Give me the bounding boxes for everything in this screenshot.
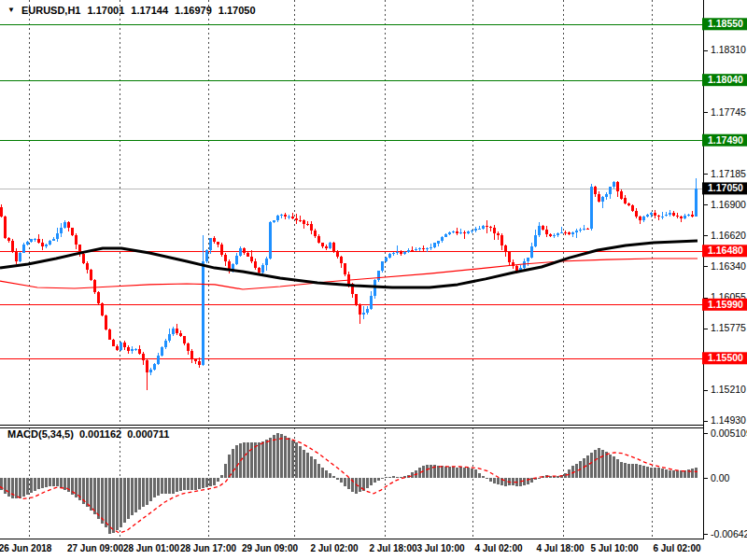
svg-text:1.16900: 1.16900: [711, 199, 746, 210]
price-axis[interactable]: 1.183101.177451.171851.169001.166201.163…: [703, 44, 747, 539]
svg-text:29 Jun 09:00: 29 Jun 09:00: [242, 543, 298, 553]
svg-text:1.16620: 1.16620: [711, 230, 746, 241]
svg-text:1.18310: 1.18310: [711, 44, 746, 55]
svg-text:1.15775: 1.15775: [711, 322, 746, 333]
mt4-chart-window: 1.183101.177451.171851.169001.166201.163…: [0, 0, 747, 560]
chart-canvas[interactable]: 1.183101.177451.171851.169001.166201.163…: [0, 0, 747, 560]
svg-text:3 Jul 10:00: 3 Jul 10:00: [416, 543, 465, 553]
svg-text:2 Jul 02:00: 2 Jul 02:00: [310, 543, 359, 553]
horizontal-level-lines[interactable]: [0, 25, 703, 359]
symbol-timeframe: EURUSD,H1: [21, 5, 81, 16]
svg-text:5 Jul 10:00: 5 Jul 10:00: [590, 543, 639, 553]
macd-indicator-label: MACD(5,34,5) 0.001162 0.000711: [7, 428, 169, 440]
svg-text:1.14930: 1.14930: [711, 414, 746, 426]
quote-high: 1.17144: [131, 5, 168, 16]
macd-indicator: [0, 433, 698, 534]
svg-text:1.17185: 1.17185: [711, 168, 746, 179]
svg-text:2 Jul 18:00: 2 Jul 18:00: [369, 543, 417, 553]
time-axis[interactable]: 26 Jun 201827 Jun 09:0028 Jun 01:0028 Ju…: [0, 543, 701, 553]
svg-text:26 Jun 2018: 26 Jun 2018: [0, 543, 52, 553]
svg-text:28 Jun 17:00: 28 Jun 17:00: [180, 543, 236, 553]
ohlc-quote-bar: ▼ EURUSD,H1 1.17001 1.17144 1.16979 1.17…: [7, 5, 256, 16]
svg-text:1.16480: 1.16480: [708, 245, 743, 256]
quote-open: 1.17001: [88, 5, 125, 16]
svg-text:1.18040: 1.18040: [708, 74, 743, 85]
svg-text:27 Jun 09:00: 27 Jun 09:00: [67, 543, 123, 553]
svg-text:1.18550: 1.18550: [708, 18, 743, 29]
svg-text:28 Jun 01:00: 28 Jun 01:00: [123, 543, 179, 553]
svg-text:1.17745: 1.17745: [711, 106, 746, 118]
macd-main-value: 0.001162: [79, 428, 121, 440]
svg-text:1.15500: 1.15500: [708, 352, 743, 363]
svg-text:1.15210: 1.15210: [711, 384, 746, 395]
svg-text:4 Jul 18:00: 4 Jul 18:00: [536, 543, 585, 553]
quote-low: 1.16979: [175, 5, 212, 16]
svg-text:1.16340: 1.16340: [711, 260, 746, 272]
svg-text:1.15990: 1.15990: [708, 299, 743, 310]
collapse-quote-icon[interactable]: ▼: [7, 6, 15, 15]
macd-name: MACD(5,34,5): [7, 428, 74, 440]
quote-close: 1.17050: [218, 5, 256, 16]
svg-text:0.005109: 0.005109: [711, 427, 747, 439]
svg-text:-0.006429: -0.006429: [711, 528, 747, 539]
macd-signal-value: 0.000711: [127, 428, 169, 440]
svg-text:4 Jul 02:00: 4 Jul 02:00: [474, 543, 523, 553]
svg-text:1.17490: 1.17490: [708, 134, 743, 146]
svg-text:0.00: 0.00: [711, 472, 730, 483]
price-level-tags: 1.185501.180401.174901.170501.164801.159…: [702, 18, 747, 364]
svg-text:1.17050: 1.17050: [708, 182, 743, 193]
svg-text:6 Jul 02:00: 6 Jul 02:00: [653, 543, 701, 553]
